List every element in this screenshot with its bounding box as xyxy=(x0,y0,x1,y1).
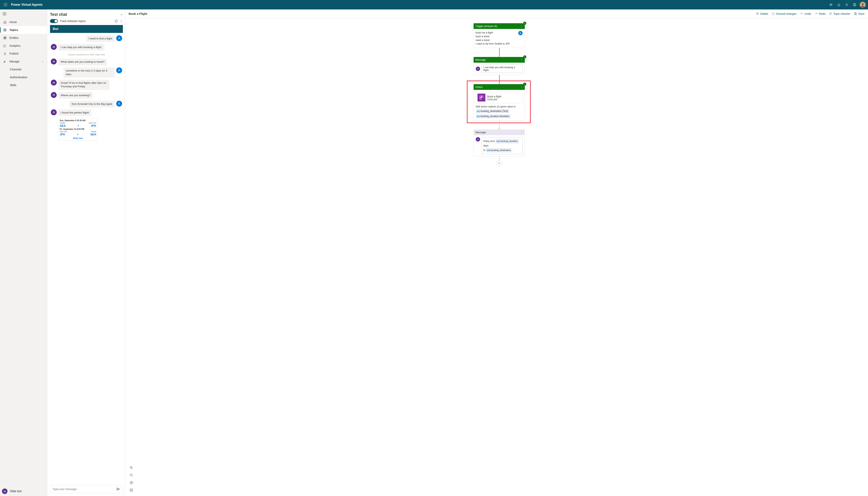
track-topics-toggle[interactable] xyxy=(50,19,58,23)
svg-rect-38 xyxy=(53,61,55,62)
save-button[interactable]: Save xyxy=(854,12,865,15)
node-more-icon[interactable]: ⋮ xyxy=(520,131,523,134)
chat-input-wrap xyxy=(50,485,123,493)
nav-analytics[interactable]: Analytics xyxy=(0,42,47,50)
svg-point-0 xyxy=(4,3,5,4)
chat-more-icon[interactable] xyxy=(120,19,123,23)
bot-badge-icon xyxy=(476,67,480,71)
hamburger-icon[interactable] xyxy=(0,10,47,18)
svg-point-48 xyxy=(118,103,119,104)
svg-rect-35 xyxy=(53,46,55,48)
svg-rect-9 xyxy=(830,4,832,5)
zoom-in-icon[interactable] xyxy=(129,466,133,469)
svg-point-33 xyxy=(121,22,122,22)
person-icon xyxy=(518,31,523,35)
topics-icon xyxy=(3,28,7,32)
user-avatar-icon xyxy=(116,35,122,41)
nav-publish[interactable]: Publish xyxy=(0,50,47,58)
svg-point-13 xyxy=(846,4,847,5)
analytics-icon xyxy=(3,44,7,47)
check-icon: ✓ xyxy=(523,56,526,59)
save-icon xyxy=(854,12,857,15)
message-text[interactable]: I can help you with booking a flight. xyxy=(482,65,523,73)
settings-icon[interactable] xyxy=(843,1,851,9)
minimap-icon[interactable] xyxy=(129,488,133,492)
trigger-node[interactable]: ✓ Trigger phrases (4)⋮ book me a flight … xyxy=(473,23,525,48)
checker-icon xyxy=(829,12,832,15)
svg-point-22 xyxy=(4,29,6,31)
message-node[interactable]: Message⋮ Enjoy your {x}booking_duration … xyxy=(473,129,525,156)
svg-point-2 xyxy=(6,3,7,4)
plane-icon: ✈ xyxy=(77,124,79,127)
help-icon[interactable] xyxy=(851,1,858,9)
nav-home[interactable]: Home xyxy=(0,18,47,26)
zoom-out-icon[interactable] xyxy=(129,473,133,477)
refresh-chat-icon[interactable] xyxy=(115,19,118,23)
canvas-toolbar: Book a Flight Delete Discard changes Und… xyxy=(125,10,868,18)
svg-point-4 xyxy=(5,4,6,5)
hide-bot-button[interactable]: Hide bot xyxy=(0,486,47,496)
svg-point-3 xyxy=(4,4,5,5)
manage-icon xyxy=(3,60,7,63)
node-more-icon[interactable]: ⋮ xyxy=(520,86,523,89)
chat-message-bot: Where are you traveling? xyxy=(58,92,93,99)
skill-link[interactable]: Flight skill xyxy=(487,98,501,100)
bot-avatar-icon xyxy=(51,44,57,50)
notifications-icon[interactable] xyxy=(835,1,843,9)
svg-rect-42 xyxy=(53,82,55,83)
app-launcher-icon[interactable] xyxy=(2,2,9,8)
topic-checker-button[interactable]: Topic checker xyxy=(829,12,850,15)
action-node[interactable]: ✓ Action⋮ Book a flight Flight skill Ski… xyxy=(473,84,525,120)
app-title: Power Virtual Agents xyxy=(11,3,43,6)
variable-chip[interactable]: {x}booking_duration (Number) xyxy=(476,114,511,118)
add-node-button[interactable]: + xyxy=(496,160,502,166)
nav-authentication[interactable]: Authentication xyxy=(0,73,47,81)
skill-icon xyxy=(478,94,485,102)
discard-button[interactable]: Discard changes xyxy=(772,12,797,15)
chat-message-user: sometime in the next 2-3 days for 5 days xyxy=(63,67,115,78)
variable-chip[interactable]: {x}booking_duration xyxy=(496,139,519,143)
undo-button[interactable]: Undo xyxy=(800,12,811,15)
discard-icon xyxy=(772,12,775,15)
redo-icon xyxy=(815,12,818,15)
nav-home-label: Home xyxy=(10,20,17,24)
svg-rect-28 xyxy=(4,491,6,492)
nav-entities-label: Entities xyxy=(10,36,18,40)
svg-point-65 xyxy=(131,482,132,483)
variable-chip[interactable]: {x}booking_destination xyxy=(486,148,512,153)
nav-topics[interactable]: Topics xyxy=(0,26,47,34)
message-text[interactable]: Enjoy your {x}booking_duration days to {… xyxy=(482,137,523,154)
svg-point-1 xyxy=(5,3,6,4)
svg-rect-27 xyxy=(5,38,6,39)
node-more-icon[interactable]: ⋮ xyxy=(520,25,523,28)
bot-avatar-icon xyxy=(51,92,57,98)
message-node[interactable]: ✓ Message⋮ I can help you with booking a… xyxy=(473,57,525,75)
user-avatar-icon xyxy=(116,67,122,73)
fit-icon[interactable] xyxy=(129,481,133,484)
publish-icon xyxy=(3,52,7,56)
nav-channels[interactable]: Channels xyxy=(0,65,47,73)
nav-publish-label: Publish xyxy=(10,52,18,55)
svg-line-63 xyxy=(132,476,133,477)
nav-manage[interactable]: Manage xyxy=(0,58,47,65)
svg-point-11 xyxy=(831,4,832,5)
chat-input[interactable] xyxy=(52,487,116,491)
delete-button[interactable]: Delete xyxy=(756,12,768,15)
variable-chip[interactable]: {x}booking_destination (Text) xyxy=(476,109,510,113)
nav-skills[interactable]: Skills xyxy=(0,81,47,89)
canvas[interactable]: ✓ Trigger phrases (4)⋮ book me a flight … xyxy=(125,18,868,496)
flight-card[interactable]: Sun, September 8 10:30 AM SeattleNew Yor… xyxy=(58,118,98,141)
svg-point-5 xyxy=(6,4,7,5)
bot-badge-icon xyxy=(476,137,480,141)
trigger-phrase: need a ticket xyxy=(476,38,523,42)
node-more-icon[interactable]: ⋮ xyxy=(520,58,523,61)
user-avatar[interactable] xyxy=(860,2,866,8)
bot-icon[interactable] xyxy=(827,1,835,9)
chevron-up-icon xyxy=(42,60,44,63)
svg-rect-25 xyxy=(5,37,6,37)
nav-entities[interactable]: Entities xyxy=(0,34,47,42)
redo-button[interactable]: Redo xyxy=(815,12,825,15)
book-now-link[interactable]: Book now xyxy=(60,137,96,139)
send-icon[interactable] xyxy=(116,487,120,491)
close-chat-icon[interactable] xyxy=(120,13,123,16)
